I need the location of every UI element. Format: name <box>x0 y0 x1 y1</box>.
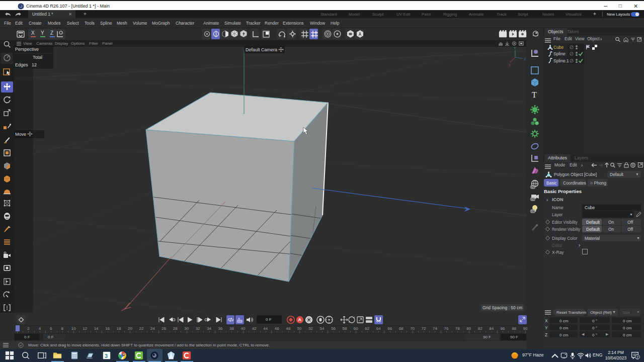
svg-text:X: X <box>508 63 511 67</box>
svg-text:ST: ST <box>531 186 534 189</box>
svg-text:ST: ST <box>531 198 534 201</box>
svg-text:Y: Y <box>514 46 516 50</box>
svg-text:ST: ST <box>531 210 534 213</box>
svg-text:3: 3 <box>105 353 108 359</box>
svg-text:T: T <box>532 90 537 99</box>
svg-text:A: A <box>238 317 240 320</box>
svg-text:A: A <box>298 317 302 322</box>
